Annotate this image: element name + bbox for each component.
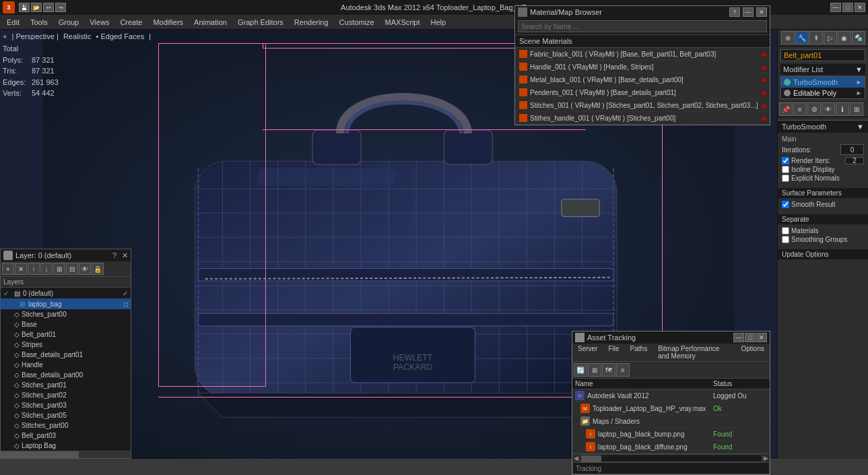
asset-map-btn[interactable]: 🗺 — [602, 363, 615, 377]
mat-item-3[interactable]: Pendents_001 ( VRayMtl ) [Base_details_p… — [515, 86, 770, 99]
mat-search-input[interactable] — [518, 20, 767, 32]
layer-lock-btn[interactable]: 🔒 — [92, 263, 104, 275]
menu-create[interactable]: Create — [114, 17, 147, 28]
mat-item-0[interactable]: Fabric_black_001 ( VRayMtl ) [Base, Belt… — [515, 48, 770, 61]
filter-icon[interactable]: ⚙ — [807, 102, 821, 116]
layer-item-0[interactable]: ◇Stiches_part00 — [1, 309, 131, 319]
layer-show-btn[interactable]: 👁 — [79, 263, 91, 275]
utilities-icon[interactable]: 🔩 — [852, 31, 865, 44]
asset-row-bump[interactable]: I laptop_bag_black_bump.png Found — [572, 428, 770, 441]
turbo-render-iters-input[interactable] — [845, 157, 864, 164]
layer-close-button[interactable]: ✕ — [122, 251, 128, 260]
redo-icon[interactable]: ↪ — [55, 3, 66, 12]
mat-item-1[interactable]: Handle_001 ( VRayMtl ) [Handle, Stripes]… — [515, 61, 770, 73]
menu-help[interactable]: Help — [426, 17, 452, 28]
object-name-field[interactable]: Belt_part01 — [780, 49, 865, 61]
close-button[interactable]: ✕ — [855, 3, 865, 12]
asset-minimize-btn[interactable]: — — [733, 333, 744, 342]
asset-scroll-left-arrow[interactable]: ◀ — [572, 455, 580, 462]
list-icon[interactable]: ≡ — [793, 102, 807, 116]
layer-item-9[interactable]: ◇Stiches_part03 — [1, 400, 131, 410]
menu-rendering[interactable]: Rendering — [289, 17, 334, 28]
hierarchy-icon[interactable]: ⇞ — [809, 31, 823, 44]
display-icon[interactable]: ◉ — [838, 31, 851, 44]
maximize-button[interactable]: □ — [842, 3, 853, 12]
layer-question[interactable]: ? — [112, 251, 116, 259]
asset-menu-paths[interactable]: Paths — [625, 344, 653, 361]
layer-new-btn[interactable]: + — [2, 263, 14, 275]
asset-row-diffuse[interactable]: I laptop_bag_black_diffuse.png Found — [572, 441, 770, 453]
pin-icon[interactable]: 📌 — [779, 102, 793, 116]
menu-graph-editors[interactable]: Graph Editors — [232, 17, 289, 28]
menu-maxscript[interactable]: MAXScript — [380, 17, 426, 28]
turbo-smoothing-check[interactable] — [782, 236, 789, 243]
menu-animation[interactable]: Animation — [189, 17, 232, 28]
mat-browser-help-btn[interactable]: ? — [729, 7, 740, 17]
layer-item-1[interactable]: ◇Base — [1, 319, 131, 329]
layer-down-btn[interactable]: ↓ — [40, 263, 53, 275]
asset-maximize-btn[interactable]: □ — [745, 333, 756, 342]
info-icon[interactable]: ℹ — [836, 102, 849, 116]
layer-item-6[interactable]: ◇Base_details_part00 — [1, 370, 131, 380]
layer-item-3[interactable]: ◇Stripes — [1, 340, 131, 350]
asset-refresh-btn[interactable]: 🔄 — [574, 363, 587, 377]
menu-modifiers[interactable]: Modifiers — [147, 17, 189, 28]
turbo-materials-check[interactable] — [782, 227, 789, 234]
layer-item-8[interactable]: ◇Stiches_part02 — [1, 390, 131, 400]
asset-grid-btn[interactable]: ⊞ — [588, 363, 601, 377]
turbo-isoline-check[interactable] — [782, 166, 789, 173]
asset-row-vault[interactable]: V Autodesk Vault 2012 Logged Ou — [572, 389, 770, 402]
modify-icon[interactable]: 🔧 — [795, 31, 809, 44]
motion-icon[interactable]: ▷ — [824, 31, 837, 44]
mat-browser-close-btn[interactable]: ✕ — [756, 7, 767, 17]
layer-item-laptop-bag[interactable]: ⊞ laptop_bag □ — [1, 298, 131, 309]
turbo-explicit-row[interactable]: Explicit Normals — [782, 175, 864, 182]
turbo-iterations-input[interactable] — [840, 144, 864, 155]
mat-item-5[interactable]: Stithes_handle_001 ( VRayMtl ) [Stiches_… — [515, 112, 770, 125]
layer-expand-btn[interactable]: ⊞ — [53, 263, 65, 275]
undo-icon[interactable]: ↩ — [43, 3, 54, 12]
layer-scroll-track[interactable] — [1, 451, 131, 458]
asset-menu-options[interactable]: Options — [736, 344, 770, 361]
asset-menu-file[interactable]: File — [603, 344, 624, 361]
asset-row-maxfile[interactable]: M Toploader_Laptop_Bag_HP_vray.max Ok — [572, 402, 770, 415]
asset-scroll-track[interactable] — [580, 454, 762, 462]
turbo-smooth-check[interactable] — [782, 201, 789, 208]
show-icon[interactable]: 👁 — [822, 102, 835, 116]
menu-customize[interactable]: Customize — [334, 17, 380, 28]
window-controls[interactable]: — □ ✕ — [830, 3, 865, 12]
asset-scroll-thumb[interactable] — [581, 455, 601, 462]
asset-close-btn[interactable]: ✕ — [756, 333, 767, 342]
layer-collapse-btn[interactable]: ⊟ — [66, 263, 78, 275]
turbo-smoothing-row[interactable]: Smoothing Groups — [782, 236, 864, 243]
menu-tools[interactable]: Tools — [25, 17, 53, 28]
menu-group[interactable]: Group — [53, 17, 85, 28]
layer-item-5[interactable]: ◇Handle — [1, 360, 131, 370]
create-icon[interactable]: ⊕ — [781, 31, 795, 44]
mat-browser-minimize-btn[interactable]: — — [743, 7, 754, 17]
asset-menu-bitmap[interactable]: Bitmap Performance and Memory — [653, 344, 735, 361]
modifier-editable-poly[interactable]: Editable Poly ► — [781, 88, 865, 98]
layer-item-7[interactable]: ◇Stiches_part01 — [1, 380, 131, 390]
turbo-smooth-result-row[interactable]: Smooth Result — [782, 201, 864, 208]
turbo-materials-row[interactable]: Materials — [782, 227, 864, 234]
layer-item-4[interactable]: ◇Base_details_part01 — [1, 350, 131, 360]
asset-list-btn[interactable]: ≡ — [616, 363, 630, 377]
layer-list[interactable]: ✓ ▤ 0 (default) ✓ ⊞ laptop_bag □ ◇Stiche… — [1, 288, 131, 451]
asset-row-maps[interactable]: 📁 Maps / Shaders — [572, 415, 770, 428]
params-icon[interactable]: ⊞ — [850, 102, 863, 116]
layer-item-default[interactable]: ✓ ▤ 0 (default) ✓ — [1, 288, 131, 298]
asset-menu-server[interactable]: Server — [572, 344, 603, 361]
minimize-button[interactable]: — — [830, 3, 841, 12]
modifier-list-arrow[interactable]: ▼ — [855, 65, 863, 73]
layer-item-13[interactable]: ◇Laptop Bag — [1, 441, 131, 451]
mat-item-4[interactable]: Stitches_001 ( VRayMtl ) [Stiches_part01… — [515, 99, 770, 112]
asset-scroll-right-arrow[interactable]: ▶ — [762, 455, 770, 462]
layer-scrollbar[interactable] — [1, 451, 131, 458]
save-icon[interactable]: 💾 — [19, 3, 30, 12]
layer-delete-btn[interactable]: ✕ — [15, 263, 27, 275]
layer-item-11[interactable]: ◇Stitches_part00 — [1, 420, 131, 431]
turbo-isoline-row[interactable]: Isoline Display — [782, 166, 864, 173]
title-bar-quick-access[interactable]: 💾 📂 ↩ ↪ — [19, 3, 66, 12]
layer-scroll-thumb[interactable] — [1, 451, 79, 458]
